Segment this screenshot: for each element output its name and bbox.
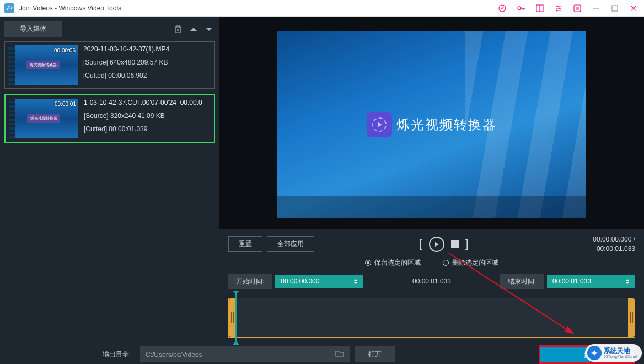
- svg-point-5: [559, 7, 561, 9]
- delete-icon[interactable]: [172, 23, 184, 35]
- maximize-button[interactable]: [609, 2, 621, 14]
- watermark-icon: ✦: [587, 346, 602, 360]
- media-item[interactable]: 00:00:06 烁光视频转换器 2020-11-03-10-42-37(1).…: [4, 41, 215, 89]
- app-icon: [4, 3, 14, 13]
- thumb-duration: 00:00:06: [54, 47, 76, 53]
- preview-viewport: 烁光视频转换器: [219, 17, 644, 229]
- svg-point-4: [557, 5, 559, 7]
- apply-all-button[interactable]: 全部应用: [267, 236, 314, 252]
- menu-icon[interactable]: [571, 2, 583, 14]
- thumb-duration: 00:00:01: [55, 101, 76, 107]
- browse-folder-icon[interactable]: [335, 350, 344, 359]
- start-time-input[interactable]: 00:00:00.000: [275, 275, 363, 288]
- reset-button[interactable]: 重置: [228, 236, 262, 252]
- radio-remove-region[interactable]: 删除选定的区域: [443, 258, 498, 267]
- move-down-icon[interactable]: [203, 23, 215, 35]
- media-thumbnail: 00:00:01 烁光视频转换器: [9, 99, 78, 138]
- end-time-input[interactable]: 00:00:01.033: [547, 275, 635, 288]
- move-up-icon[interactable]: [187, 23, 200, 35]
- preview-frame: 烁光视频转换器: [277, 31, 586, 218]
- preview-overlay-text: 烁光视频转换器: [396, 116, 497, 133]
- key-icon[interactable]: [515, 2, 527, 14]
- play-button[interactable]: [429, 237, 444, 252]
- media-cutted: [Cutted] 00:00:01.039: [84, 125, 211, 133]
- end-time-label: 结束时间:: [500, 274, 544, 289]
- media-item[interactable]: 00:00:01 烁光视频转换器 1-03-10-42-37.CUT.00'07…: [4, 94, 215, 143]
- time-display: 00:00:00.000 / 00:00:01.033: [569, 235, 635, 254]
- svg-point-6: [556, 9, 558, 11]
- svg-rect-9: [612, 6, 618, 11]
- settings-icon[interactable]: [552, 2, 565, 14]
- import-media-button[interactable]: 导入媒体: [4, 21, 62, 37]
- media-thumbnail: 00:00:06 烁光视频转换器: [8, 45, 78, 85]
- preview-panel: 烁光视频转换器 重置 全部应用 [ ]: [219, 17, 644, 345]
- media-sidebar: 导入媒体 00:00:06 烁光视频转换器 2020-11-0: [0, 17, 219, 345]
- output-bar: 输出目录 C:/Users/pc/Videos 打开 合: [0, 345, 644, 364]
- cart-icon[interactable]: [496, 2, 508, 14]
- mark-out-button[interactable]: ]: [465, 238, 469, 250]
- timeline-handle-right[interactable]: [628, 298, 635, 337]
- output-dir-label: 输出目录: [103, 350, 129, 359]
- open-folder-button[interactable]: 打开: [355, 346, 395, 362]
- media-cutted: [Cutted] 00:00:06.902: [83, 72, 211, 79]
- output-path-field[interactable]: C:/Users/pc/Videos: [140, 346, 350, 362]
- timeline-handle-left[interactable]: [229, 298, 235, 337]
- start-time-label: 开始时间:: [228, 274, 272, 289]
- layout-icon[interactable]: [534, 2, 546, 14]
- timeline-playhead[interactable]: [235, 294, 237, 341]
- media-source: [Source] 640x480 209.57 KB: [83, 58, 211, 66]
- mark-in-button[interactable]: [: [419, 238, 422, 250]
- title-bar: Join Videos - Windows Video Tools: [0, 0, 644, 17]
- media-source: [Source] 320x240 41.09 KB: [84, 112, 211, 120]
- timeline-track[interactable]: [228, 298, 635, 338]
- watermark: ✦ 系统天地 XiTongTianDi.net: [585, 344, 642, 362]
- svg-point-1: [518, 7, 521, 10]
- radio-keep-region[interactable]: 保留选定的区域: [365, 258, 421, 267]
- stop-button[interactable]: [451, 240, 459, 248]
- close-button[interactable]: [627, 2, 640, 14]
- media-filename: 1-03-10-42-37.CUT.00'07-00'24_00.00.0: [84, 99, 211, 106]
- preview-logo-icon: [367, 112, 392, 137]
- media-filename: 2020-11-03-10-42-37(1).MP4: [83, 45, 211, 53]
- window-title: Join Videos - Windows Video Tools: [19, 4, 496, 12]
- minimize-button[interactable]: [590, 2, 602, 14]
- duration-display: 00:00:01.033: [367, 277, 496, 285]
